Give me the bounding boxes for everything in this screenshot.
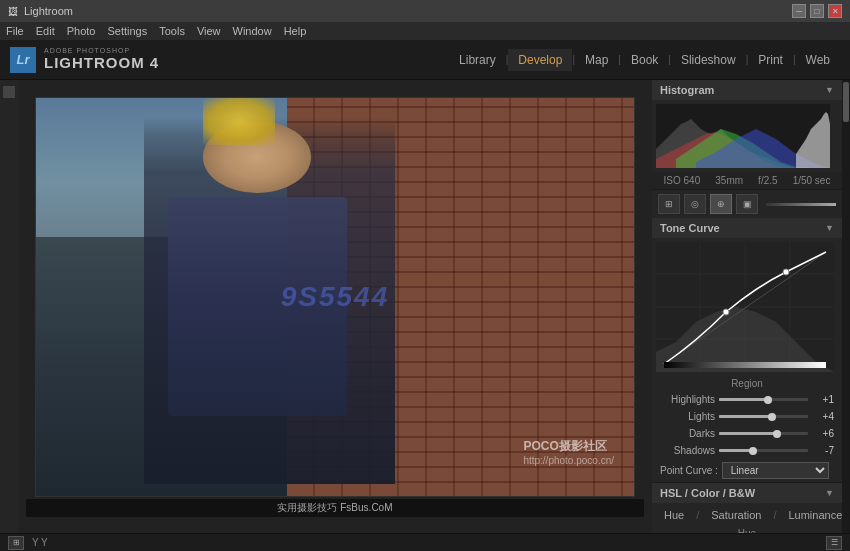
hue-sublabel: Hue (652, 525, 842, 533)
point-curve-row: Point Curve : Linear Medium Contrast Str… (652, 459, 842, 482)
hsl-tab-luminance[interactable]: Luminance (782, 507, 842, 525)
svg-rect-17 (664, 362, 826, 368)
shutter-value: 1/50 sec (793, 175, 831, 186)
title-bar: 🖼 Lightroom ─ □ ✕ (0, 0, 850, 22)
darks-value: +6 (812, 428, 834, 439)
shadows-label: Shadows (660, 445, 715, 456)
menu-tools[interactable]: Tools (159, 25, 185, 37)
right-scrollbar (842, 80, 850, 533)
view-mode-button[interactable]: ⊞ (8, 536, 24, 550)
nav-develop[interactable]: Develop (508, 49, 572, 71)
zoom-label: Y Y (32, 537, 48, 548)
tone-curve-svg (656, 242, 834, 372)
left-panel (0, 80, 18, 533)
svg-point-15 (723, 309, 729, 315)
right-panel: Histogram ▼ (652, 80, 842, 533)
focal-value: 35mm (715, 175, 743, 186)
shadows-value: -7 (812, 445, 834, 456)
main-header: Lr ADOBE PHOTOSHOP LIGHTROOM 4 Library |… (0, 40, 850, 80)
hsl-tabs: Hue / Saturation / Luminance / All (652, 503, 842, 525)
shadows-track[interactable] (719, 449, 808, 452)
histogram-arrow: ▼ (825, 85, 834, 95)
tone-curve-graph (656, 242, 834, 372)
nav-map[interactable]: Map (575, 49, 618, 71)
app-name: LIGHTROOM 4 (44, 55, 159, 72)
menu-photo[interactable]: Photo (67, 25, 96, 37)
highlights-track[interactable] (719, 398, 808, 401)
maximize-button[interactable]: □ (810, 4, 824, 18)
nav-slideshow[interactable]: Slideshow (671, 49, 746, 71)
exposure-info: ISO 640 35mm f/2.5 1/50 sec (652, 172, 842, 189)
aperture-value: f/2.5 (758, 175, 777, 186)
darks-track[interactable] (719, 432, 808, 435)
nav-book[interactable]: Book (621, 49, 668, 71)
menu-window[interactable]: Window (233, 25, 272, 37)
histogram-title: Histogram (660, 84, 714, 96)
darks-label: Darks (660, 428, 715, 439)
highlights-label: Highlights (660, 394, 715, 405)
histogram-svg (656, 104, 830, 168)
hsl-tab-hue[interactable]: Hue (658, 507, 690, 525)
close-button[interactable]: ✕ (828, 4, 842, 18)
menu-bar: File Edit Photo Settings Tools View Wind… (0, 22, 850, 40)
histogram-section: Histogram ▼ (652, 80, 842, 190)
menu-settings[interactable]: Settings (107, 25, 147, 37)
shadows-row: Shadows -7 (652, 442, 842, 459)
histogram-header[interactable]: Histogram ▼ (652, 80, 842, 100)
tool-icons-row: ⊞ ◎ ⊕ ▣ (652, 190, 842, 218)
lights-row: Lights +4 (652, 408, 842, 425)
region-label: Region (652, 376, 842, 391)
graduated-filter[interactable]: ▣ (736, 194, 758, 214)
highlights-value: +1 (812, 394, 834, 405)
app-title: ADOBE PHOTOSHOP LIGHTROOM 4 (44, 47, 159, 71)
menu-edit[interactable]: Edit (36, 25, 55, 37)
tone-curve-title: Tone Curve (660, 222, 720, 234)
lights-value: +4 (812, 411, 834, 422)
iso-value: ISO 640 (664, 175, 701, 186)
tone-curve-header[interactable]: Tone Curve ▼ (652, 218, 842, 238)
top-nav: Library | Develop | Map | Book | Slidesh… (449, 49, 840, 71)
highlights-row: Highlights +1 (652, 391, 842, 408)
lr-logo: Lr ADOBE PHOTOSHOP LIGHTROOM 4 (10, 47, 159, 73)
window-title: Lightroom (24, 5, 73, 17)
bottom-label-bar: 实用摄影技巧 FsBus.CoM (26, 499, 644, 517)
lights-track[interactable] (719, 415, 808, 418)
histogram-graph (656, 104, 830, 168)
hsl-header[interactable]: HSL / Color / B&W ▼ (652, 483, 842, 503)
spot-removal-tool[interactable]: ◎ (684, 194, 706, 214)
point-curve-select[interactable]: Linear Medium Contrast Strong Contrast (722, 462, 829, 479)
darks-row: Darks +6 (652, 425, 842, 442)
nav-web[interactable]: Web (796, 49, 840, 71)
tone-curve-arrow: ▼ (825, 223, 834, 233)
content: 9S5544 POCO摄影社区 http://photo.poco.cn/ 实用… (0, 80, 850, 533)
photo-container: 9S5544 POCO摄影社区 http://photo.poco.cn/ (35, 97, 635, 497)
title-bar-controls: ─ □ ✕ (792, 4, 842, 18)
svg-point-16 (783, 269, 789, 275)
lr-badge: Lr (10, 47, 36, 73)
left-panel-toggle[interactable] (3, 86, 15, 98)
photo-background (36, 98, 634, 496)
menu-file[interactable]: File (6, 25, 24, 37)
lights-label: Lights (660, 411, 715, 422)
hsl-arrow: ▼ (825, 488, 834, 498)
jacket (168, 197, 347, 416)
hsl-tab-saturation[interactable]: Saturation (705, 507, 767, 525)
nav-library[interactable]: Library (449, 49, 506, 71)
menu-help[interactable]: Help (284, 25, 307, 37)
menu-view[interactable]: View (197, 25, 221, 37)
exposure-slider-quick[interactable] (766, 203, 836, 206)
app-icon: 🖼 (8, 6, 18, 17)
nav-print[interactable]: Print (748, 49, 793, 71)
point-curve-label: Point Curve : (660, 465, 718, 476)
hsl-section: HSL / Color / B&W ▼ Hue / Saturation / L… (652, 483, 842, 533)
image-area: 9S5544 POCO摄影社区 http://photo.poco.cn/ 实用… (18, 80, 652, 533)
title-bar-left: 🖼 Lightroom (8, 5, 73, 17)
red-eye-tool[interactable]: ⊕ (710, 194, 732, 214)
bottom-toolbar: ⊞ Y Y ☰ (0, 533, 850, 551)
crop-tool[interactable]: ⊞ (658, 194, 680, 214)
bottom-label: 实用摄影技巧 FsBus.CoM (277, 501, 392, 515)
minimize-button[interactable]: ─ (792, 4, 806, 18)
filter-button[interactable]: ☰ (826, 536, 842, 550)
tone-curve-section: Tone Curve ▼ (652, 218, 842, 483)
scrollbar-thumb[interactable] (843, 82, 849, 122)
